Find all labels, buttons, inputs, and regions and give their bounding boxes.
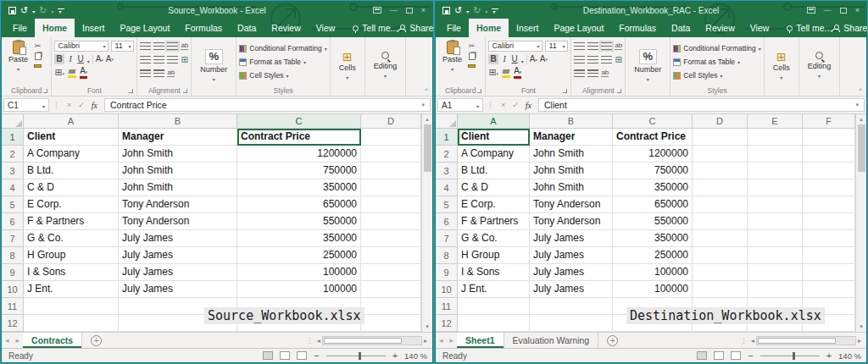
cell-D5[interactable] xyxy=(361,196,421,213)
sheet-nav-left-icon[interactable]: ◂ xyxy=(436,333,447,348)
formula-input[interactable]: Contract Price xyxy=(104,98,431,112)
sheet-tab-sheet1[interactable]: Sheet1 xyxy=(457,333,504,348)
paste-button[interactable]: Paste xyxy=(4,39,32,85)
sheet-tab-evaluation-warning[interactable]: Evaluation Warning xyxy=(504,333,599,348)
cell-D9[interactable] xyxy=(693,264,748,281)
scroll-left-icon[interactable]: ◂ xyxy=(315,337,322,345)
dialog-launcher-icon[interactable] xyxy=(617,89,621,93)
customize-qat-icon[interactable] xyxy=(58,8,64,9)
zoom-in-button[interactable]: + xyxy=(826,350,832,361)
row-header-11[interactable]: 11 xyxy=(436,298,458,315)
minimize-icon[interactable]: — xyxy=(390,6,398,14)
orientation-icon[interactable]: ab xyxy=(167,69,175,77)
cell-A1[interactable]: Client xyxy=(24,129,119,146)
cell-F10[interactable] xyxy=(803,281,855,298)
underline-button[interactable]: U xyxy=(511,54,519,64)
row-header-6[interactable]: 6 xyxy=(2,213,24,230)
collapse-ribbon-icon[interactable] xyxy=(859,86,862,94)
cell-D2[interactable] xyxy=(361,146,421,163)
column-header-B[interactable]: B xyxy=(530,114,613,129)
new-sheet-button[interactable]: + xyxy=(607,335,618,346)
page-break-view-button[interactable] xyxy=(297,351,307,360)
number-format-button[interactable]: % Number xyxy=(628,39,667,92)
cell-A12[interactable] xyxy=(24,315,119,332)
increase-font-size-icon[interactable]: A xyxy=(530,54,537,64)
cell-styles-button[interactable]: Cell Styles xyxy=(673,69,761,82)
conditional-formatting-button[interactable]: Conditional Formatting xyxy=(239,42,327,55)
cell-D7[interactable] xyxy=(361,230,421,247)
column-header-E[interactable]: E xyxy=(748,114,803,129)
cell-B1[interactable]: Manager xyxy=(530,129,613,146)
column-header-D[interactable]: D xyxy=(361,114,421,129)
cell-C5[interactable]: 650000 xyxy=(613,196,693,213)
select-all-button[interactable] xyxy=(436,114,458,129)
merge-center-icon[interactable]: ⊞ xyxy=(181,55,187,64)
italic-button[interactable]: I xyxy=(67,54,75,64)
cell-B6[interactable]: Tony Anderson xyxy=(530,213,613,230)
cell-A7[interactable]: G & Co. xyxy=(24,230,119,247)
cell-D4[interactable] xyxy=(693,179,748,196)
scroll-down-icon[interactable]: ▾ xyxy=(426,323,429,330)
undo-icon[interactable]: ↺ xyxy=(454,6,462,15)
cell-C9[interactable]: 100000 xyxy=(237,264,361,281)
format-painter-icon[interactable] xyxy=(34,64,42,68)
cell-A2[interactable]: A Company xyxy=(458,146,530,163)
ribbon-tab-formulas[interactable]: Formulas xyxy=(177,19,230,37)
cell-D6[interactable] xyxy=(361,213,421,230)
zoom-slider-thumb[interactable] xyxy=(793,352,795,360)
row-header-5[interactable]: 5 xyxy=(436,196,458,213)
cell-E3[interactable] xyxy=(748,163,803,179)
customize-qat-icon[interactable] xyxy=(492,8,498,9)
scrollbar-thumb[interactable] xyxy=(758,338,836,344)
cells-button[interactable]: ⊞ Cells xyxy=(333,39,362,92)
row-header-4[interactable]: 4 xyxy=(436,179,458,196)
zoom-level[interactable]: 140 % xyxy=(404,351,427,361)
column-header-C[interactable]: C xyxy=(613,114,693,129)
maximize-icon[interactable] xyxy=(406,8,413,14)
dialog-launcher-icon[interactable] xyxy=(129,89,133,93)
cell-B9[interactable]: July James xyxy=(530,264,613,281)
align-middle-icon[interactable] xyxy=(153,42,164,50)
cell-A4[interactable]: C & D xyxy=(458,179,530,196)
save-icon[interactable] xyxy=(8,7,16,14)
cell-D8[interactable] xyxy=(361,247,421,264)
cell-B4[interactable]: John Smith xyxy=(530,179,613,196)
cell-A7[interactable]: G & Co. xyxy=(458,230,530,247)
align-right-icon[interactable] xyxy=(167,56,178,63)
scroll-right-icon[interactable]: ▸ xyxy=(422,337,429,345)
row-header-5[interactable]: 5 xyxy=(2,196,24,213)
cell-F4[interactable] xyxy=(803,179,855,196)
ribbon-tab-review[interactable]: Review xyxy=(264,19,308,37)
enter-icon[interactable]: ✓ xyxy=(78,101,85,109)
cell-styles-button[interactable]: Cell Styles xyxy=(239,69,327,82)
cell-F1[interactable] xyxy=(803,129,855,146)
row-header-2[interactable]: 2 xyxy=(2,146,24,163)
scrollbar-thumb[interactable] xyxy=(424,124,431,172)
cell-C3[interactable]: 750000 xyxy=(613,163,693,179)
cut-icon[interactable]: ✂ xyxy=(469,41,476,50)
cell-C10[interactable]: 100000 xyxy=(237,281,361,298)
row-header-3[interactable]: 3 xyxy=(436,163,458,179)
wrap-text-icon[interactable]: ab xyxy=(181,41,188,50)
cell-E4[interactable] xyxy=(748,179,803,196)
column-header-F[interactable]: F xyxy=(803,114,855,129)
cell-A8[interactable]: H Group xyxy=(458,247,530,264)
vertical-scrollbar[interactable]: ▴ ▾ xyxy=(421,114,432,332)
dialog-launcher-icon[interactable] xyxy=(43,89,47,93)
ribbon-tab-formulas[interactable]: Formulas xyxy=(611,19,664,37)
cell-D9[interactable] xyxy=(361,264,421,281)
font-size-select[interactable]: 11 xyxy=(111,41,134,52)
row-header-10[interactable]: 10 xyxy=(436,281,458,298)
cell-B9[interactable]: July James xyxy=(119,264,237,281)
cell-D7[interactable] xyxy=(693,230,748,247)
cell-C1[interactable]: Contract Price xyxy=(237,129,361,146)
cell-C1[interactable]: Contract Price xyxy=(613,129,693,146)
insert-function-icon[interactable]: fx xyxy=(92,101,97,110)
cell-C9[interactable]: 100000 xyxy=(613,264,693,281)
row-header-6[interactable]: 6 xyxy=(436,213,458,230)
new-sheet-button[interactable]: + xyxy=(91,335,102,346)
cell-E8[interactable] xyxy=(748,247,803,264)
undo-dropdown-icon[interactable] xyxy=(466,5,469,15)
collapse-ribbon-icon[interactable] xyxy=(425,86,428,94)
ribbon-tab-page-layout[interactable]: Page Layout xyxy=(546,19,611,37)
